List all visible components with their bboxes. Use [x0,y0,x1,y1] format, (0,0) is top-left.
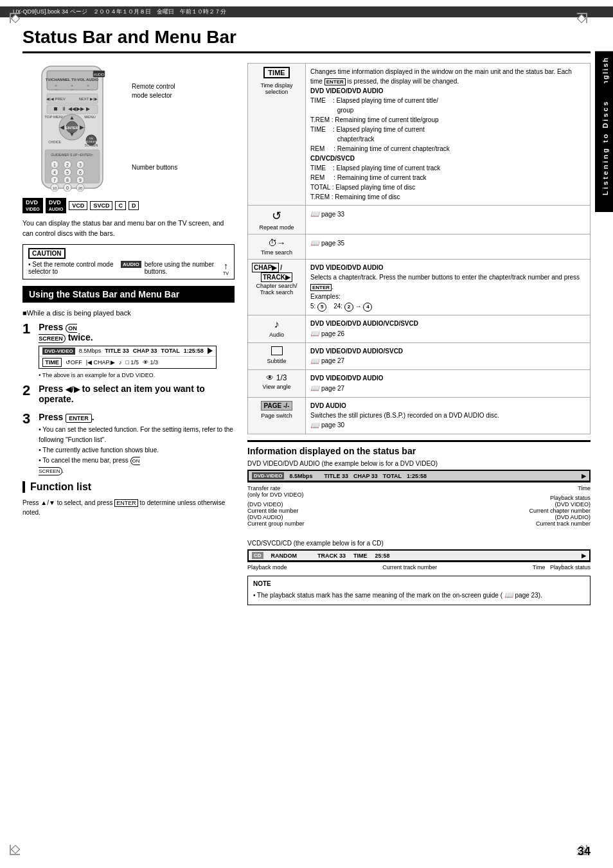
time-display: 1:25:58 [184,348,204,354]
func-row-page-switch: PAGE -/- Page switch DVD AUDIO Switches … [247,397,591,435]
func-row-audio: ♪ Audio DVD VIDEO/DVD AUDIO/VCD/SVCD 📖 p… [247,315,591,343]
svg-text:9: 9 [79,178,82,182]
repeat-off: ↺OFF [66,359,82,366]
func-right-time-search: 📖 page 35 [306,235,590,259]
book-icon-angle: 📖 [310,383,319,394]
badge-c: C [115,201,126,210]
caution-text: • Set the remote control mode selector t… [28,261,118,275]
caution-label: CAUTION [28,248,229,259]
audio-symbol: ♪ [252,319,301,330]
func-left-angle: 👁 1/3 View angle [248,370,306,397]
step-3: 3 Press ENTER. • You can set the selecte… [22,412,235,476]
repeat-page: page 33 [321,209,344,219]
vcd-time-playback-annot: Time Playback status [533,564,591,571]
arrow-indicator: ↑ TV [223,261,229,276]
func-left-time: TIME Time displayselection [248,64,306,205]
time-icon-box: TIME [263,67,289,78]
step-3-body: • You can set the selected function. For… [39,425,235,476]
svg-text:◀: ◀ [60,124,64,130]
dvd-total: TOTAL [383,473,402,479]
svg-text:▲: ▲ [69,114,75,121]
angle-page-ref: 📖 page 27 [310,383,585,394]
angle-label: View angle [252,384,301,390]
page-title: Status Bar and Menu Bar [22,27,591,53]
btn-2: 2 [344,303,353,312]
vcd-time-val: 25:58 [375,553,390,559]
step-1-content: Press ONSCREEN twice. —Status bar —Menu … [39,322,217,378]
svg-text:5: 5 [66,170,69,175]
title-num-annot: (DVD VIDEO)Current title number(DVD AUDI… [247,501,305,527]
dvd-type: DVD-VIDEO [252,472,284,479]
vcd-play-icon: ▶ [582,553,586,559]
vcd-random: RANDOM [271,553,298,559]
disc-type-label: DVD-VIDEO [42,348,75,355]
badge-svcd: SVCD [90,201,112,210]
time-search-page: page 35 [321,238,344,248]
vcd-track-annot: Current track number [382,564,437,571]
menu-bar-row: TIME ↺OFF |◀ CHAP.▶ ♪ □ 1/5 👁 1/3 [39,357,216,368]
annot-left: Transfer rate(only for DVD VIDEO) (DVD V… [247,485,305,527]
left-column: TV/CHANNEL TV-VOL AUDIO + + + − − − AUDI… [22,63,235,605]
audio-page: page 26 [321,329,344,339]
angle-icon: 👁 1/3 [143,359,158,366]
dvd-play-icon: ▶ [582,473,586,479]
angle-page: page 27 [321,384,344,393]
func-right-page: DVD AUDIO Switches the still pictures (B… [306,398,590,434]
chap-search: |◀ CHAP.▶ [86,359,115,366]
svg-text:◀|◀ PREV: ◀|◀ PREV [46,97,66,101]
dvd-example-label: DVD VIDEO/DVD AUDIO (the example below i… [247,460,591,467]
func-right-time: Changes time information displayed in th… [306,64,590,205]
intro-text: You can display the status bar and menu … [22,218,235,239]
func-left-repeat: ↺ Repeat mode [248,206,306,234]
title-label: TITLE 33 [105,348,129,354]
dvd-status-display-wrapper: DVD-VIDEO 8.5Mbps TITLE 33 CHAP 33 TOTAL… [247,470,591,527]
func-left-subtitle: Subtitle [248,343,306,370]
svg-text:SCREEN: SCREEN [86,140,97,143]
playback-mode-text: Playback mode [247,564,287,571]
function-list-heading: Function list [22,481,235,493]
note-body: • The playback status mark has the same … [253,590,585,601]
play-icon [208,348,213,354]
book-icon-page: 📖 [310,420,319,431]
listening-side-label: Listening to Discs [595,84,613,212]
annot-right: Time Playback status(DVD VIDEO)Current c… [529,485,591,527]
caution-box: CAUTION • Set the remote control mode se… [22,244,235,279]
chap-track-icon: CHAP▶ / [252,263,301,272]
svg-text:▶▶: ▶▶ [76,106,85,112]
svg-text:⏹: ⏹ [53,106,58,112]
dvd-status-bar: DVD-VIDEO 8.5Mbps TITLE 33 CHAP 33 TOTAL… [247,470,591,483]
cd-type: CD [252,552,263,559]
audio-label: Audio [252,332,301,338]
chap-box: CHAP▶ [252,263,279,272]
svg-text:−: − [55,87,57,92]
func-row-chap-track: CHAP▶ / TRACK▶ Chapter search/Track sear… [247,259,591,315]
func-right-repeat: 📖 page 33 [306,206,590,234]
header-bar: UX-QD9[US].book 34 ページ ２００４年１０月８日 金曜日 午前… [0,6,613,17]
subtitle-num: □ 1/5 [125,359,138,366]
func-left-chap-track: CHAP▶ / TRACK▶ Chapter search/Track sear… [248,260,306,315]
bar-display: DVD-VIDEO 8.5Mbps TITLE 33 CHAP 33 TOTAL… [39,346,217,369]
btn-4: 4 [363,303,372,312]
vcd-top-row: CD RANDOM TRACK 33 TIME 25:58 ▶ [249,551,589,561]
repeat-page-ref: 📖 page 33 [310,209,585,220]
svg-text:10: 10 [53,186,57,190]
track-box: TRACK▶ [261,272,292,282]
remote-mode-selector-label: Remote controlmode selector [132,82,177,100]
vcd-example-label: VCD/SVCD/CD (the example below is for a … [247,540,591,547]
caution-content: • Set the remote control mode selector t… [28,261,229,276]
status-bar-row: DVD-VIDEO 8.5Mbps TITLE 33 CHAP 33 TOTAL… [39,346,216,357]
dvd-time-val: 1:25:58 [407,473,427,479]
page-switch-page: page 30 [321,420,344,430]
func-left-page: PAGE -/- Page switch [248,398,306,434]
subtitle-icon [271,346,283,355]
page: UX-QD9[US].book 34 ページ ２００４年１０月８日 金曜日 午前… [0,0,613,868]
sb-top-row: DVD-VIDEO 8.5Mbps TITLE 33 CHAP 33 TOTAL… [249,471,589,481]
svg-text:▶: ▶ [80,124,84,130]
book-icon-audio: 📖 [310,328,319,339]
function-table: TIME Time displayselection Changes time … [247,63,591,434]
track-icon: TRACK▶ [252,274,301,281]
svg-text:AUDIO: AUDIO [94,73,104,76]
subtitle-label: Subtitle [252,358,301,364]
repeat-icon: ↺ [252,209,301,223]
page-number: 34 [578,845,591,858]
